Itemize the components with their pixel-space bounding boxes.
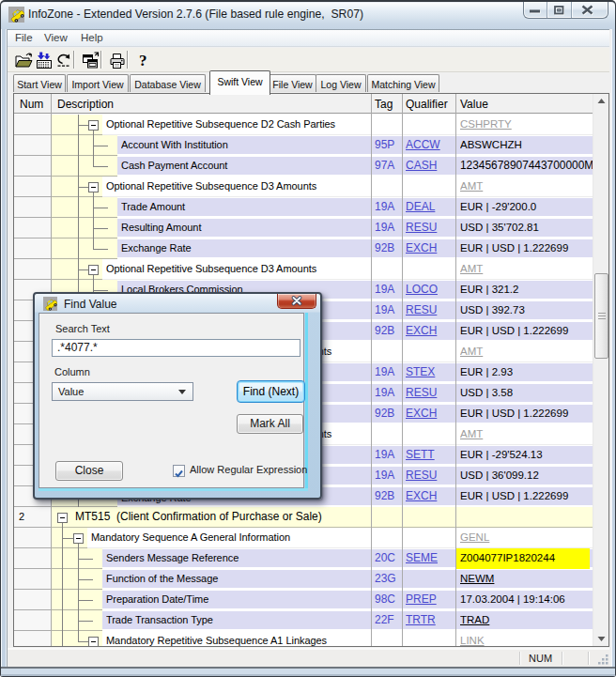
- svg-text:?: ?: [139, 52, 147, 69]
